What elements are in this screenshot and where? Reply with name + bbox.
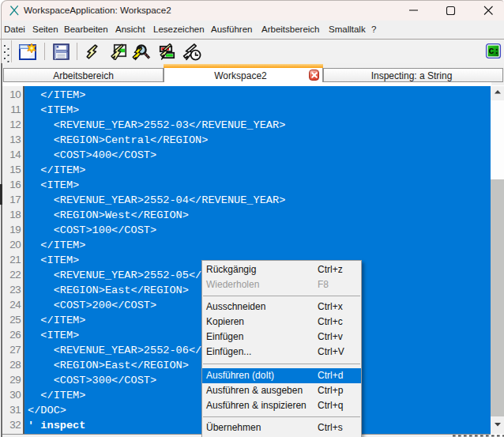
svg-text:C:: C: bbox=[488, 46, 499, 56]
